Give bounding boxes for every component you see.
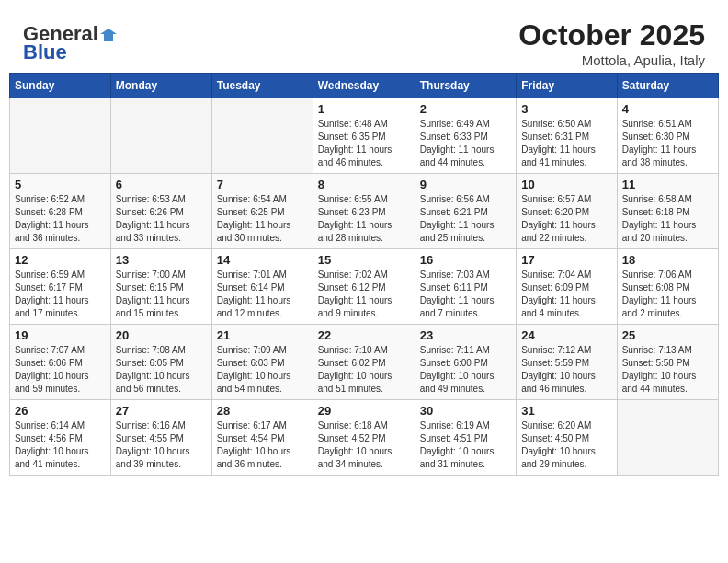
day-number: 28: [217, 404, 308, 418]
calendar-cell: 15Sunrise: 7:02 AM Sunset: 6:12 PM Dayli…: [313, 249, 415, 325]
day-number: 6: [116, 178, 207, 191]
calendar-week-5: 26Sunrise: 6:14 AM Sunset: 4:56 PM Dayli…: [10, 400, 719, 476]
day-info: Sunrise: 6:55 AM Sunset: 6:23 PM Dayligh…: [318, 193, 410, 245]
day-number: 17: [521, 253, 612, 267]
day-info: Sunrise: 6:49 AM Sunset: 6:33 PM Dayligh…: [420, 118, 511, 169]
day-number: 25: [622, 328, 713, 342]
weekday-header-monday: Monday: [110, 74, 211, 98]
day-info: Sunrise: 7:10 AM Sunset: 6:02 PM Dayligh…: [318, 344, 410, 396]
day-number: 3: [521, 102, 612, 116]
calendar-cell: 17Sunrise: 7:04 AM Sunset: 6:09 PM Dayli…: [517, 249, 618, 325]
day-number: 24: [521, 328, 612, 342]
day-info: Sunrise: 6:53 AM Sunset: 6:26 PM Dayligh…: [116, 193, 207, 245]
day-info: Sunrise: 6:16 AM Sunset: 4:55 PM Dayligh…: [116, 419, 207, 471]
day-info: Sunrise: 6:59 AM Sunset: 6:17 PM Dayligh…: [15, 269, 106, 320]
day-info: Sunrise: 7:01 AM Sunset: 6:14 PM Dayligh…: [217, 269, 308, 320]
calendar-table: SundayMondayTuesdayWednesdayThursdayFrid…: [9, 73, 719, 476]
day-number: 15: [318, 253, 410, 267]
weekday-header-thursday: Thursday: [415, 74, 516, 98]
day-number: 31: [521, 404, 612, 418]
day-number: 27: [116, 404, 207, 418]
calendar-cell: 5Sunrise: 6:52 AM Sunset: 6:28 PM Daylig…: [10, 174, 111, 249]
calendar-cell: 29Sunrise: 6:18 AM Sunset: 4:52 PM Dayli…: [313, 400, 415, 476]
calendar-cell: 27Sunrise: 6:16 AM Sunset: 4:55 PM Dayli…: [110, 400, 211, 476]
calendar-cell: 18Sunrise: 7:06 AM Sunset: 6:08 PM Dayli…: [617, 249, 718, 325]
day-number: 1: [318, 102, 410, 116]
calendar-header-row: SundayMondayTuesdayWednesdayThursdayFrid…: [10, 74, 719, 98]
calendar-cell: 14Sunrise: 7:01 AM Sunset: 6:14 PM Dayli…: [211, 249, 313, 325]
calendar-cell: 4Sunrise: 6:51 AM Sunset: 6:30 PM Daylig…: [617, 98, 718, 174]
calendar-cell: 1Sunrise: 6:48 AM Sunset: 6:35 PM Daylig…: [313, 98, 415, 174]
calendar-cell: 23Sunrise: 7:11 AM Sunset: 6:00 PM Dayli…: [415, 325, 516, 400]
calendar-cell: 10Sunrise: 6:57 AM Sunset: 6:20 PM Dayli…: [517, 174, 618, 249]
day-info: Sunrise: 7:00 AM Sunset: 6:15 PM Dayligh…: [116, 269, 207, 320]
calendar-cell: 24Sunrise: 7:12 AM Sunset: 5:59 PM Dayli…: [517, 325, 618, 400]
day-number: 5: [15, 178, 106, 191]
calendar-week-3: 12Sunrise: 6:59 AM Sunset: 6:17 PM Dayli…: [10, 249, 719, 325]
calendar-cell: [617, 400, 718, 476]
calendar-cell: 21Sunrise: 7:09 AM Sunset: 6:03 PM Dayli…: [211, 325, 313, 400]
day-info: Sunrise: 6:50 AM Sunset: 6:31 PM Dayligh…: [521, 118, 612, 169]
month-year: October 2025: [518, 18, 705, 52]
location: Mottola, Apulia, Italy: [518, 52, 705, 68]
logo-bird-icon: [100, 27, 117, 43]
day-number: 21: [217, 328, 308, 342]
day-info: Sunrise: 7:07 AM Sunset: 6:06 PM Dayligh…: [15, 344, 106, 396]
calendar-cell: 9Sunrise: 6:56 AM Sunset: 6:21 PM Daylig…: [415, 174, 516, 249]
calendar-cell: [211, 98, 313, 174]
day-info: Sunrise: 6:17 AM Sunset: 4:54 PM Dayligh…: [217, 419, 308, 471]
calendar-cell: 28Sunrise: 6:17 AM Sunset: 4:54 PM Dayli…: [211, 400, 313, 476]
day-number: 26: [15, 404, 106, 418]
day-info: Sunrise: 6:51 AM Sunset: 6:30 PM Dayligh…: [622, 118, 713, 169]
weekday-header-tuesday: Tuesday: [211, 74, 313, 98]
calendar-cell: 20Sunrise: 7:08 AM Sunset: 6:05 PM Dayli…: [110, 325, 211, 400]
svg-marker-0: [100, 29, 117, 41]
day-number: 12: [15, 253, 106, 267]
day-info: Sunrise: 7:04 AM Sunset: 6:09 PM Dayligh…: [521, 269, 612, 320]
day-number: 19: [15, 328, 106, 342]
calendar-cell: 16Sunrise: 7:03 AM Sunset: 6:11 PM Dayli…: [415, 249, 516, 325]
day-number: 9: [420, 178, 511, 191]
logo-blue: Blue: [23, 40, 67, 64]
calendar-cell: 3Sunrise: 6:50 AM Sunset: 6:31 PM Daylig…: [517, 98, 618, 174]
day-info: Sunrise: 6:14 AM Sunset: 4:56 PM Dayligh…: [15, 419, 106, 471]
day-number: 2: [420, 102, 511, 116]
day-info: Sunrise: 6:19 AM Sunset: 4:51 PM Dayligh…: [420, 419, 511, 471]
logo: General Blue: [23, 22, 117, 64]
day-info: Sunrise: 6:20 AM Sunset: 4:50 PM Dayligh…: [521, 419, 612, 471]
day-info: Sunrise: 6:52 AM Sunset: 6:28 PM Dayligh…: [15, 193, 106, 245]
day-number: 20: [116, 328, 207, 342]
calendar-cell: 8Sunrise: 6:55 AM Sunset: 6:23 PM Daylig…: [313, 174, 415, 249]
day-info: Sunrise: 7:13 AM Sunset: 5:58 PM Dayligh…: [622, 344, 713, 396]
day-info: Sunrise: 7:11 AM Sunset: 6:00 PM Dayligh…: [420, 344, 511, 396]
calendar-week-1: 1Sunrise: 6:48 AM Sunset: 6:35 PM Daylig…: [10, 98, 719, 174]
day-info: Sunrise: 6:18 AM Sunset: 4:52 PM Dayligh…: [318, 419, 410, 471]
calendar-cell: 11Sunrise: 6:58 AM Sunset: 6:18 PM Dayli…: [617, 174, 718, 249]
calendar-cell: 6Sunrise: 6:53 AM Sunset: 6:26 PM Daylig…: [110, 174, 211, 249]
weekday-header-friday: Friday: [517, 74, 618, 98]
day-number: 4: [622, 102, 713, 116]
day-info: Sunrise: 6:48 AM Sunset: 6:35 PM Dayligh…: [318, 118, 410, 169]
calendar-cell: 12Sunrise: 6:59 AM Sunset: 6:17 PM Dayli…: [10, 249, 111, 325]
calendar-cell: 13Sunrise: 7:00 AM Sunset: 6:15 PM Dayli…: [110, 249, 211, 325]
calendar-cell: 22Sunrise: 7:10 AM Sunset: 6:02 PM Dayli…: [313, 325, 415, 400]
day-info: Sunrise: 6:54 AM Sunset: 6:25 PM Dayligh…: [217, 193, 308, 245]
day-number: 14: [217, 253, 308, 267]
weekday-header-wednesday: Wednesday: [313, 74, 415, 98]
calendar-cell: 31Sunrise: 6:20 AM Sunset: 4:50 PM Dayli…: [517, 400, 618, 476]
day-info: Sunrise: 6:57 AM Sunset: 6:20 PM Dayligh…: [521, 193, 612, 245]
day-info: Sunrise: 7:06 AM Sunset: 6:08 PM Dayligh…: [622, 269, 713, 320]
calendar-cell: 26Sunrise: 6:14 AM Sunset: 4:56 PM Dayli…: [10, 400, 111, 476]
day-number: 30: [420, 404, 511, 418]
calendar-cell: 2Sunrise: 6:49 AM Sunset: 6:33 PM Daylig…: [415, 98, 516, 174]
day-number: 23: [420, 328, 511, 342]
day-info: Sunrise: 7:12 AM Sunset: 5:59 PM Dayligh…: [521, 344, 612, 396]
calendar-cell: 7Sunrise: 6:54 AM Sunset: 6:25 PM Daylig…: [211, 174, 313, 249]
day-number: 29: [318, 404, 410, 418]
day-number: 18: [622, 253, 713, 267]
day-number: 13: [116, 253, 207, 267]
calendar-cell: [10, 98, 111, 174]
calendar-week-2: 5Sunrise: 6:52 AM Sunset: 6:28 PM Daylig…: [10, 174, 719, 249]
day-number: 22: [318, 328, 410, 342]
day-number: 7: [217, 178, 308, 191]
